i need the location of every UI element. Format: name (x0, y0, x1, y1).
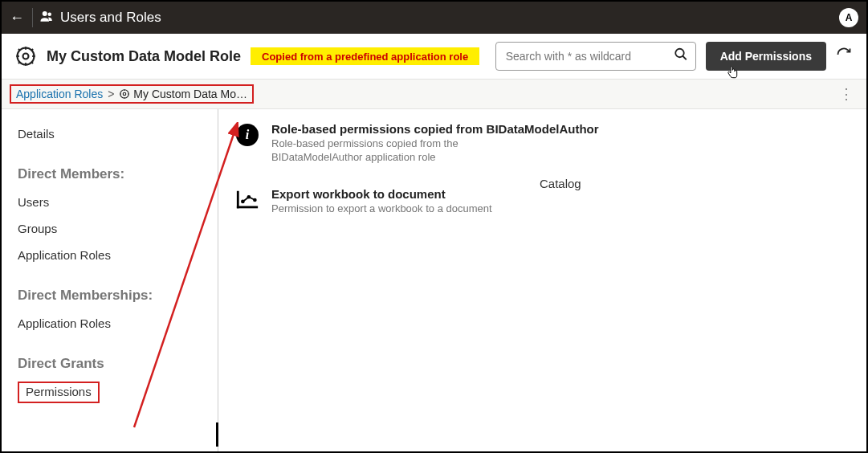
sidebar-item-app-roles-memberships[interactable]: Application Roles (18, 310, 202, 337)
more-actions-icon[interactable]: ⋮ (839, 85, 858, 103)
svg-point-2 (23, 54, 29, 59)
permission-title: Export workbook to document (271, 187, 492, 201)
search-icon[interactable] (674, 47, 688, 66)
breadcrumb-highlight: Application Roles > My Custom Data Mo… (10, 84, 254, 104)
svg-point-0 (43, 11, 47, 16)
add-permissions-label: Add Permissions (720, 50, 812, 63)
back-button[interactable]: ← (10, 10, 32, 27)
sidebar-section-direct-grants: Direct Grants (18, 356, 202, 372)
role-title: My Custom Data Model Role (47, 48, 241, 65)
svg-point-3 (18, 48, 35, 65)
topbar: ← Users and Roles A (2, 2, 866, 34)
breadcrumb-separator: > (108, 88, 114, 100)
permission-desc: Permission to export a workbook to a doc… (271, 202, 492, 216)
refresh-icon[interactable] (836, 47, 854, 67)
chart-export-icon (234, 187, 260, 213)
main-content: i Role-based permissions copied from BID… (218, 109, 866, 453)
sidebar-item-users[interactable]: Users (18, 189, 202, 215)
body: Details Direct Members: Users Groups App… (2, 109, 866, 453)
separator (32, 8, 33, 27)
sidebar-section-direct-memberships: Direct Memberships: (18, 288, 202, 304)
sidebar-section-direct-members: Direct Members: (18, 166, 202, 182)
permission-row: Export workbook to document Permission t… (234, 187, 850, 216)
search-input[interactable] (495, 42, 696, 71)
svg-point-7 (120, 90, 129, 99)
sidebar-item-permissions[interactable]: Permissions (18, 382, 100, 403)
permission-context: Catalog (540, 177, 581, 190)
permission-desc: Role-based permissions copied from the B… (271, 137, 528, 165)
avatar[interactable]: A (839, 8, 858, 27)
svg-line-5 (683, 56, 687, 60)
breadcrumb-gear-icon (119, 88, 130, 100)
breadcrumb-row: Application Roles > My Custom Data Mo… ⋮ (2, 79, 866, 109)
permission-title: Role-based permissions copied from BIDat… (271, 122, 599, 136)
sidebar: Details Direct Members: Users Groups App… (2, 109, 218, 453)
search-wrap (495, 42, 696, 71)
svg-point-1 (48, 13, 52, 17)
add-permissions-button[interactable]: Add Permissions (706, 42, 826, 71)
sidebar-details[interactable]: Details (18, 120, 202, 147)
permission-row: i Role-based permissions copied from BID… (234, 122, 850, 165)
role-gear-icon (14, 45, 37, 67)
svg-point-6 (124, 92, 127, 96)
breadcrumb-root[interactable]: Application Roles (16, 88, 103, 100)
svg-rect-8 (237, 206, 258, 208)
page-header-title: Users and Roles (60, 10, 161, 26)
sidebar-item-groups[interactable]: Groups (18, 215, 202, 242)
users-roles-icon (39, 9, 54, 27)
info-icon: i (234, 122, 260, 148)
svg-rect-9 (237, 191, 239, 209)
annotation-note: Copied from a predefined application rol… (251, 47, 479, 65)
subheader: My Custom Data Model Role Copied from a … (2, 34, 866, 79)
breadcrumb-current: My Custom Data Mo… (133, 88, 247, 100)
sidebar-item-app-roles-members[interactable]: Application Roles (18, 242, 202, 268)
svg-point-4 (675, 49, 684, 58)
